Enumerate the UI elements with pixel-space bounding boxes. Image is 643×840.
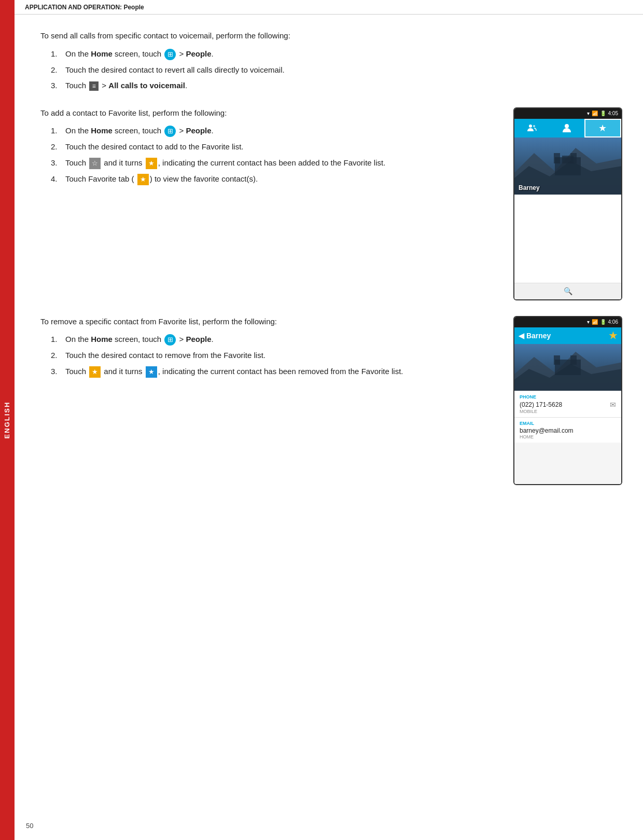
status-icons-2: ▾ 📶 🔋 4:06: [587, 319, 618, 325]
step-2-2: 2. Touch the desired contact to add to t…: [51, 141, 503, 153]
phone-content-area: Barney 🔍: [514, 137, 621, 299]
svg-rect-9: [562, 156, 574, 163]
step-num: 1.: [51, 334, 65, 346]
step-text: Touch and it turns , indicating the curr…: [65, 157, 503, 169]
phone-status-bar: ▾ 📶 🔋 4:05: [514, 108, 621, 119]
section-remove-favorite: To remove a specific contact from Favori…: [40, 316, 622, 485]
page-header-title: APPLICATION AND OPERATION: People: [25, 4, 144, 11]
search-bar[interactable]: 🔍: [514, 283, 621, 299]
menu-icon: [89, 81, 99, 91]
phone-label: PHONE: [520, 394, 616, 400]
tab-person[interactable]: [549, 119, 584, 137]
right-column-phone1: ▾ 📶 🔋 4:05: [513, 107, 622, 300]
email-type: HOME: [520, 434, 616, 439]
step-2-3: 3. Touch and it turns , indicating the c…: [51, 157, 503, 169]
section3-intro: To remove a specific contact from Favori…: [40, 316, 503, 328]
contact-detail-image: [514, 344, 621, 391]
step-num: 3.: [51, 157, 65, 169]
step-text: Touch the desired contact to remove from…: [65, 350, 503, 362]
two-col-layout-2: To remove a specific contact from Favori…: [40, 316, 622, 485]
step-num: 4.: [51, 173, 65, 185]
header-bar: APPLICATION AND OPERATION: People: [15, 0, 643, 15]
step-text: On the Home screen, touch > People.: [65, 125, 503, 137]
section2-intro: To add a contact to Favorite list, perfo…: [40, 107, 503, 119]
step-1-3: 3. Touch > All calls to voicemail.: [51, 80, 622, 92]
email-value: barney@email.com: [520, 427, 616, 434]
left-column: To add a contact to Favorite list, perfo…: [40, 107, 503, 189]
phone-status-bar-2: ▾ 📶 🔋 4:06: [514, 317, 621, 327]
main-content: To send all calls from specific contact …: [15, 15, 643, 840]
time-display-2: 4:06: [608, 319, 618, 325]
step-2-1: 1. On the Home screen, touch > People.: [51, 125, 503, 137]
step-num: 2.: [51, 141, 65, 153]
svg-rect-14: [554, 355, 560, 365]
email-section: EMAIL barney@email.com HOME: [514, 417, 621, 443]
left-column-2: To remove a specific contact from Favori…: [40, 316, 503, 382]
phone-tab-bar: ★: [514, 119, 621, 137]
step-text: On the Home screen, touch > People.: [65, 334, 503, 346]
svg-point-0: [529, 125, 532, 128]
step-text: Touch the desired contact to revert all …: [65, 64, 622, 76]
phone-number: (022) 171-5628 ✉: [520, 401, 616, 409]
star-gold-icon: [146, 158, 157, 169]
step-num: 3.: [51, 80, 65, 92]
section1-intro: To send all calls from specific contact …: [40, 30, 622, 42]
star-tab-icon: [137, 174, 149, 185]
step-num: 2.: [51, 350, 65, 362]
tab-people[interactable]: [514, 119, 549, 137]
contact-image: Barney: [514, 137, 621, 195]
signal-icon: 📶: [592, 111, 598, 116]
svg-point-2: [565, 124, 569, 128]
step-text: On the Home screen, touch > People.: [65, 48, 622, 60]
step-num: 2.: [51, 64, 65, 76]
page-number: 50: [26, 822, 33, 830]
svg-point-1: [533, 125, 535, 127]
section3-steps: 1. On the Home screen, touch > People. 2…: [51, 334, 503, 378]
step-1-1: 1. On the Home screen, touch > People.: [51, 48, 622, 60]
right-column-phone2: ▾ 📶 🔋 4:06 ◀ Barney ★: [513, 316, 622, 485]
phone-bottom: [514, 443, 621, 484]
step-1-2: 2. Touch the desired contact to revert a…: [51, 64, 622, 76]
battery-icon: 🔋: [600, 111, 606, 116]
phone-mockup-2: ▾ 📶 🔋 4:06 ◀ Barney ★: [513, 316, 622, 485]
contact-name-overlay: Barney: [519, 184, 540, 191]
empty-list-area: [514, 195, 621, 283]
contact-header-bar: ◀ Barney ★: [514, 327, 621, 344]
step-num: 3.: [51, 366, 65, 378]
svg-rect-15: [570, 355, 577, 365]
step-text: Touch > All calls to voicemail.: [65, 80, 622, 92]
star-outline-icon: [89, 158, 101, 169]
step-num: 1.: [51, 125, 65, 137]
signal-icon-2: 📶: [592, 319, 598, 325]
sms-icon[interactable]: ✉: [610, 401, 616, 409]
step-3-3: 3. Touch and it turns , indicating the c…: [51, 366, 503, 378]
grid-icon: [164, 126, 176, 137]
wifi-icon: ▾: [587, 111, 590, 116]
status-icons: ▾ 📶 🔋 4:05: [587, 111, 618, 116]
email-label: EMAIL: [520, 421, 616, 426]
step-text: Touch Favorite tab ( ) to view the favor…: [65, 173, 503, 185]
wifi-icon-2: ▾: [587, 319, 590, 325]
section-voicemail: To send all calls from specific contact …: [40, 30, 622, 92]
star-blue-icon: [146, 366, 157, 378]
step-2-4: 4. Touch Favorite tab ( ) to view the fa…: [51, 173, 503, 185]
battery-icon-2: 🔋: [600, 319, 606, 325]
time-display: 4:05: [608, 111, 618, 116]
star-button[interactable]: ★: [609, 330, 617, 341]
back-button[interactable]: ◀ Barney: [519, 332, 551, 340]
svg-rect-7: [554, 153, 560, 163]
phone-section: PHONE (022) 171-5628 ✉ MOBILE: [514, 391, 621, 417]
section1-steps: 1. On the Home screen, touch > People. 2…: [51, 48, 622, 92]
step-text: Touch the desired contact to add to the …: [65, 141, 503, 153]
phone-type: MOBILE: [520, 409, 616, 414]
language-label: ENGLISH: [4, 402, 11, 439]
phone-mockup-1: ▾ 📶 🔋 4:05: [513, 107, 622, 300]
step-text: Touch and it turns , indicating the curr…: [65, 366, 503, 378]
step-3-1: 1. On the Home screen, touch > People.: [51, 334, 503, 346]
search-icon: 🔍: [564, 287, 572, 295]
section-add-favorite: To add a contact to Favorite list, perfo…: [40, 107, 622, 300]
star-filled-icon: [89, 366, 101, 378]
tab-star[interactable]: ★: [584, 119, 621, 137]
grid-icon: [164, 49, 176, 60]
step-num: 1.: [51, 48, 65, 60]
